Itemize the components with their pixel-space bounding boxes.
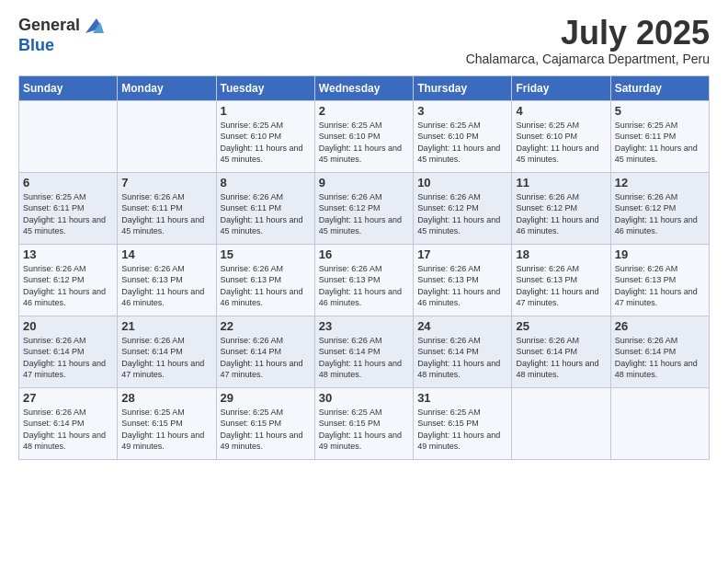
day-info: Sunrise: 6:26 AMSunset: 6:14 PMDaylight:… [417, 335, 507, 381]
day-info: Sunrise: 6:26 AMSunset: 6:14 PMDaylight:… [121, 335, 211, 381]
day-number: 22 [221, 319, 311, 333]
day-info: Sunrise: 6:26 AMSunset: 6:12 PMDaylight:… [417, 191, 507, 237]
day-info: Sunrise: 6:25 AMSunset: 6:10 PMDaylight:… [221, 120, 311, 166]
calendar-cell: 13Sunrise: 6:26 AMSunset: 6:12 PMDayligh… [19, 244, 118, 316]
day-number: 14 [121, 247, 211, 261]
day-info: Sunrise: 6:26 AMSunset: 6:11 PMDaylight:… [121, 191, 211, 237]
logo-general: General [18, 17, 80, 35]
calendar-cell: 14Sunrise: 6:26 AMSunset: 6:13 PMDayligh… [118, 244, 216, 316]
calendar-cell: 29Sunrise: 6:25 AMSunset: 6:15 PMDayligh… [216, 387, 314, 459]
calendar-week-4: 20Sunrise: 6:26 AMSunset: 6:14 PMDayligh… [19, 316, 710, 387]
calendar-cell: 5Sunrise: 6:25 AMSunset: 6:11 PMDaylight… [610, 100, 709, 172]
day-info: Sunrise: 6:26 AMSunset: 6:14 PMDaylight:… [23, 407, 113, 453]
dow-header-friday: Friday [512, 75, 610, 100]
calendar-week-1: 1Sunrise: 6:25 AMSunset: 6:10 PMDaylight… [19, 100, 710, 172]
day-number: 8 [221, 176, 311, 190]
logo: General Blue [18, 15, 104, 55]
day-number: 6 [23, 176, 113, 190]
calendar-cell: 3Sunrise: 6:25 AMSunset: 6:10 PMDaylight… [414, 100, 512, 172]
calendar-cell: 23Sunrise: 6:26 AMSunset: 6:14 PMDayligh… [314, 316, 413, 387]
day-number: 17 [417, 247, 507, 261]
day-number: 13 [23, 247, 113, 261]
day-info: Sunrise: 6:26 AMSunset: 6:14 PMDaylight:… [23, 335, 113, 381]
day-info: Sunrise: 6:26 AMSunset: 6:12 PMDaylight:… [23, 263, 113, 309]
logo-blue: Blue [18, 36, 54, 54]
day-number: 20 [23, 319, 113, 333]
calendar-cell: 31Sunrise: 6:25 AMSunset: 6:15 PMDayligh… [414, 387, 512, 459]
day-info: Sunrise: 6:26 AMSunset: 6:13 PMDaylight:… [319, 263, 409, 309]
calendar-cell: 25Sunrise: 6:26 AMSunset: 6:14 PMDayligh… [512, 316, 610, 387]
calendar-cell: 17Sunrise: 6:26 AMSunset: 6:13 PMDayligh… [414, 244, 512, 316]
day-number: 1 [221, 104, 311, 118]
calendar-cell: 15Sunrise: 6:26 AMSunset: 6:13 PMDayligh… [216, 244, 314, 316]
calendar-cell: 1Sunrise: 6:25 AMSunset: 6:10 PMDaylight… [216, 100, 314, 172]
calendar-cell: 24Sunrise: 6:26 AMSunset: 6:14 PMDayligh… [414, 316, 512, 387]
calendar-week-5: 27Sunrise: 6:26 AMSunset: 6:14 PMDayligh… [19, 387, 710, 459]
day-number: 26 [615, 319, 705, 333]
dow-header-thursday: Thursday [414, 75, 512, 100]
calendar-cell [19, 100, 118, 172]
day-info: Sunrise: 6:25 AMSunset: 6:10 PMDaylight:… [319, 120, 409, 166]
day-number: 15 [221, 247, 311, 261]
calendar-cell: 6Sunrise: 6:25 AMSunset: 6:11 PMDaylight… [19, 172, 118, 244]
calendar-table: SundayMondayTuesdayWednesdayThursdayFrid… [18, 75, 710, 460]
calendar-cell: 4Sunrise: 6:25 AMSunset: 6:10 PMDaylight… [512, 100, 610, 172]
calendar-cell: 18Sunrise: 6:26 AMSunset: 6:13 PMDayligh… [512, 244, 610, 316]
day-number: 5 [615, 104, 705, 118]
day-number: 25 [516, 319, 606, 333]
day-number: 3 [417, 104, 507, 118]
calendar-cell [610, 387, 709, 459]
title-block: July 2025 Chalamarca, Cajamarca Departme… [466, 15, 710, 66]
day-info: Sunrise: 6:26 AMSunset: 6:12 PMDaylight:… [516, 191, 606, 237]
day-number: 27 [23, 391, 113, 405]
day-number: 16 [319, 247, 409, 261]
day-number: 19 [615, 247, 705, 261]
day-info: Sunrise: 6:25 AMSunset: 6:11 PMDaylight:… [23, 191, 113, 237]
day-number: 31 [417, 391, 507, 405]
calendar-cell: 2Sunrise: 6:25 AMSunset: 6:10 PMDaylight… [314, 100, 413, 172]
day-info: Sunrise: 6:25 AMSunset: 6:15 PMDaylight:… [221, 407, 311, 453]
month-year: July 2025 [466, 15, 710, 52]
calendar-cell: 27Sunrise: 6:26 AMSunset: 6:14 PMDayligh… [19, 387, 118, 459]
calendar-cell: 8Sunrise: 6:26 AMSunset: 6:11 PMDaylight… [216, 172, 314, 244]
location: Chalamarca, Cajamarca Department, Peru [466, 52, 710, 66]
day-number: 28 [121, 391, 211, 405]
day-number: 24 [417, 319, 507, 333]
day-info: Sunrise: 6:26 AMSunset: 6:14 PMDaylight:… [516, 335, 606, 381]
day-number: 7 [121, 176, 211, 190]
day-info: Sunrise: 6:26 AMSunset: 6:14 PMDaylight:… [615, 335, 705, 381]
calendar-cell: 11Sunrise: 6:26 AMSunset: 6:12 PMDayligh… [512, 172, 610, 244]
day-info: Sunrise: 6:26 AMSunset: 6:12 PMDaylight:… [615, 191, 705, 237]
day-info: Sunrise: 6:26 AMSunset: 6:13 PMDaylight:… [615, 263, 705, 309]
dow-header-saturday: Saturday [610, 75, 709, 100]
day-info: Sunrise: 6:26 AMSunset: 6:13 PMDaylight:… [221, 263, 311, 309]
calendar-cell: 26Sunrise: 6:26 AMSunset: 6:14 PMDayligh… [610, 316, 709, 387]
day-info: Sunrise: 6:25 AMSunset: 6:15 PMDaylight:… [121, 407, 211, 453]
day-number: 23 [319, 319, 409, 333]
calendar-cell: 28Sunrise: 6:25 AMSunset: 6:15 PMDayligh… [118, 387, 216, 459]
calendar-cell [512, 387, 610, 459]
dow-header-monday: Monday [118, 75, 216, 100]
calendar-cell: 10Sunrise: 6:26 AMSunset: 6:12 PMDayligh… [414, 172, 512, 244]
day-info: Sunrise: 6:26 AMSunset: 6:14 PMDaylight:… [221, 335, 311, 381]
day-number: 12 [615, 176, 705, 190]
day-info: Sunrise: 6:25 AMSunset: 6:15 PMDaylight:… [417, 407, 507, 453]
day-info: Sunrise: 6:25 AMSunset: 6:10 PMDaylight:… [516, 120, 606, 166]
day-info: Sunrise: 6:26 AMSunset: 6:13 PMDaylight:… [516, 263, 606, 309]
day-info: Sunrise: 6:26 AMSunset: 6:13 PMDaylight:… [121, 263, 211, 309]
calendar-cell: 12Sunrise: 6:26 AMSunset: 6:12 PMDayligh… [610, 172, 709, 244]
day-number: 10 [417, 176, 507, 190]
day-info: Sunrise: 6:25 AMSunset: 6:10 PMDaylight:… [417, 120, 507, 166]
day-number: 29 [221, 391, 311, 405]
dow-header-sunday: Sunday [19, 75, 118, 100]
calendar-cell: 20Sunrise: 6:26 AMSunset: 6:14 PMDayligh… [19, 316, 118, 387]
day-info: Sunrise: 6:26 AMSunset: 6:13 PMDaylight:… [417, 263, 507, 309]
day-info: Sunrise: 6:26 AMSunset: 6:11 PMDaylight:… [221, 191, 311, 237]
calendar-cell: 22Sunrise: 6:26 AMSunset: 6:14 PMDayligh… [216, 316, 314, 387]
day-number: 30 [319, 391, 409, 405]
calendar-body: 1Sunrise: 6:25 AMSunset: 6:10 PMDaylight… [19, 100, 710, 459]
day-info: Sunrise: 6:25 AMSunset: 6:15 PMDaylight:… [319, 407, 409, 453]
day-info: Sunrise: 6:26 AMSunset: 6:12 PMDaylight:… [319, 191, 409, 237]
calendar-cell: 21Sunrise: 6:26 AMSunset: 6:14 PMDayligh… [118, 316, 216, 387]
day-info: Sunrise: 6:25 AMSunset: 6:11 PMDaylight:… [615, 120, 705, 166]
